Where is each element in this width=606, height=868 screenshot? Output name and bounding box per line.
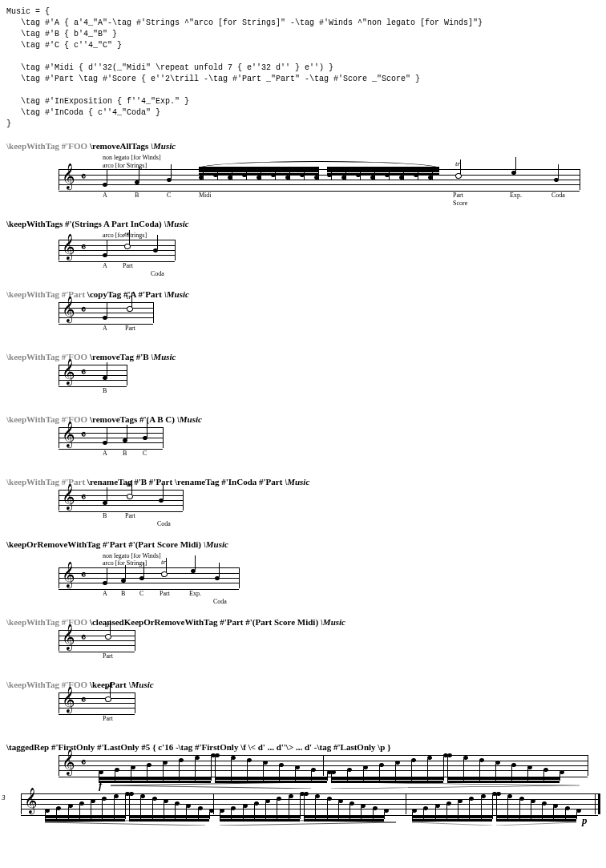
ex7-ann2: arco [for Strings] <box>103 559 600 567</box>
ex2-ann: arco [for Strings] <box>103 232 600 240</box>
ex2-heading: \keepWithTags #'(Strings A Part InCoda) … <box>6 219 600 228</box>
lbl-coda: Coda <box>157 520 171 527</box>
decrescendo-icon <box>331 781 580 787</box>
ex7-staff: non legato [for Winds] arco [for Strings… <box>59 552 600 606</box>
treble-clef-icon: 𝄞 <box>24 789 38 812</box>
lbl-c: C <box>139 590 143 597</box>
lbl-midi: Midi <box>199 192 212 199</box>
ex9-heading: \keepWithTag #'FOO \keepPart \Music <box>6 680 600 689</box>
crescendo-icon <box>45 818 205 824</box>
ex4-arg: \Music <box>151 352 176 361</box>
lbl-part: Part <box>160 590 170 597</box>
ex7-ann1: non legato [for Winds] <box>103 552 600 560</box>
lbl-part: Part <box>103 715 113 722</box>
ex3-staff: 𝄞 𝄴 tr A Part <box>59 302 600 341</box>
ex6-arg: \Music <box>285 477 309 486</box>
lbl-b: B <box>103 512 107 519</box>
time-sig-icon: 𝄴 <box>81 757 86 769</box>
lbl-a: A <box>103 590 107 597</box>
ex2-cmd: \keepWithTags #'(Strings A Part InCoda) <box>6 219 164 228</box>
lbl-coda: Coda <box>213 598 227 605</box>
lbl-a: A <box>103 192 107 199</box>
lbl-b: B <box>123 450 127 457</box>
time-sig-icon: 𝄴 <box>81 171 86 184</box>
decrescendo-icon <box>496 818 576 824</box>
treble-clef-icon: 𝄞 <box>62 688 75 711</box>
ex8-cmd: \cleansedKeepOrRemoveWithTag #'Part #'(P… <box>90 617 321 627</box>
ex3-arg: \Music <box>164 289 189 299</box>
ex10-staff-line2: 𝄞 p <box>6 793 600 827</box>
lbl-part: Part <box>123 262 133 269</box>
lbl-c: C <box>167 192 171 199</box>
treble-clef-icon: 𝄞 <box>62 626 75 648</box>
time-sig-icon: 𝄴 <box>81 366 86 379</box>
ex2-arg: \Music <box>164 219 189 228</box>
ex1-heading: \keepWithTag #'FOO \removeAllTags \Music <box>6 141 600 151</box>
ex3-heading: \keepWithTag #'Part \copyTag #'A #'Part … <box>6 289 600 299</box>
ex4-heading: \keepWithTag #'FOO \removeTag #'B \Music <box>6 352 600 361</box>
ex9-arg: \Music <box>129 680 154 689</box>
ex4-prefix: \keepWithTag #'FOO <box>6 352 90 361</box>
ex10-staff-line1: 𝄞 𝄴 f <box>59 755 600 776</box>
lbl-exp: Exp. <box>510 192 522 199</box>
lbl-score: Score <box>453 200 467 207</box>
lbl-coda: Coda <box>551 192 565 199</box>
ex1-ann1: non legato [for Winds] <box>103 154 600 162</box>
ex5-heading: \keepWithTag #'FOO \removeTags #'(A B C)… <box>6 414 600 424</box>
lbl-exp: Exp. <box>189 590 201 597</box>
ex7-cmd: \keepOrRemoveWithTag #'Part #'(Part Scor… <box>6 539 204 549</box>
lbl-a: A <box>103 262 107 269</box>
ex8-heading: \keepWithTag #'FOO \cleansedKeepOrRemove… <box>6 617 600 627</box>
lbl-part: Part <box>125 325 135 332</box>
music-definition-code: Music = { \tag #'A { a'4_"A"-\tag #'Stri… <box>6 6 600 130</box>
time-sig-icon: 𝄴 <box>81 694 86 707</box>
time-sig-icon: 𝄴 <box>81 241 86 254</box>
crescendo-icon <box>412 818 492 824</box>
ex2-staff: arco [for Strings] 𝄞 𝄴 tr A Part Coda <box>59 232 600 278</box>
time-sig-icon: 𝄴 <box>81 569 86 582</box>
ex5-staff: 𝄞 𝄴 A B C <box>59 427 600 466</box>
ex4-cmd: \removeTag #'B <box>90 352 151 361</box>
lbl-b: B <box>103 387 107 394</box>
lbl-coda: Coda <box>151 270 164 277</box>
ex3-cmd: \copyTag #'A #'Part <box>87 289 164 299</box>
lbl-part: Part <box>453 192 463 199</box>
time-sig-icon: 𝄴 <box>81 304 86 317</box>
ex10-arg: { c'16 -\tag #'FirstOnly \f \< d' ... d'… <box>152 742 390 752</box>
ex8-staff: 𝄞 𝄴 tr Part <box>59 630 600 668</box>
time-sig-icon: 𝄴 <box>81 491 86 504</box>
dynamic-p: p <box>582 814 588 827</box>
ex10-heading: \taggedRep #'FirstOnly #'LastOnly #5 { c… <box>6 742 600 752</box>
time-sig-icon: 𝄴 <box>81 632 86 644</box>
time-sig-icon: 𝄴 <box>81 429 86 442</box>
treble-clef-icon: 𝄞 <box>62 298 75 321</box>
ex1-prefix: \keepWithTag #'FOO <box>6 141 90 151</box>
ex6-cmd: \renameTag #'B #'Part \renameTag #'InCod… <box>87 477 285 486</box>
ex8-prefix: \keepWithTag #'FOO <box>6 617 90 627</box>
treble-clef-icon: 𝄞 <box>62 361 75 383</box>
lbl-part: Part <box>125 512 135 519</box>
ex1-arg: \Music <box>151 141 176 151</box>
ex6-heading: \keepWithTag #'Part \renameTag #'B #'Par… <box>6 477 600 486</box>
ex5-prefix: \keepWithTag #'FOO <box>6 414 90 424</box>
ex9-staff: 𝄞 𝄴 tr Part <box>59 692 600 731</box>
ex8-arg: \Music <box>321 617 345 627</box>
ex5-cmd: \removeTags #'(A B C) <box>90 414 177 424</box>
ex6-staff: 𝄞 𝄴 tr B Part Coda <box>59 490 600 528</box>
treble-clef-icon: 𝄞 <box>62 236 75 258</box>
treble-clef-icon: 𝄞 <box>62 486 75 508</box>
decrescendo-icon <box>220 818 396 824</box>
treble-clef-icon: 𝄞 <box>62 563 75 586</box>
ex7-heading: \keepOrRemoveWithTag #'Part #'(Part Scor… <box>6 539 600 549</box>
bar-number: 3 <box>2 793 6 801</box>
ex1-cmd: \removeAllTags <box>90 141 151 151</box>
dynamic-f: f <box>99 779 102 792</box>
ex9-prefix: \keepWithTag #'FOO <box>6 680 90 689</box>
lbl-b: B <box>135 192 139 199</box>
lbl-c: C <box>143 450 147 457</box>
ex1-staff: non legato [for Winds] arco [for Strings… <box>59 154 600 208</box>
ex10-cmd: \taggedRep #'FirstOnly #'LastOnly #5 <box>6 742 152 752</box>
ex5-arg: \Music <box>177 414 202 424</box>
treble-clef-icon: 𝄞 <box>62 751 75 773</box>
ex7-arg: \Music <box>204 539 228 549</box>
